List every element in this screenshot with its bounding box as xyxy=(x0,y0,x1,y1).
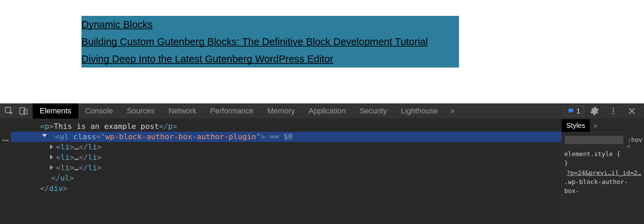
message-icon xyxy=(567,108,574,114)
tab-application[interactable]: Application xyxy=(302,103,353,119)
tree-row[interactable]: <li>…</li> xyxy=(11,163,561,173)
gutter-dots-icon[interactable]: ••• xyxy=(2,137,9,144)
tab-performance[interactable]: Performance xyxy=(203,103,261,119)
devtools: Elements Console Sources Network Perform… xyxy=(0,103,644,224)
svg-point-3 xyxy=(613,108,614,109)
styles-pane: Styles » :hov .cls + e xyxy=(561,119,644,224)
styles-tabs-overflow-icon[interactable]: » xyxy=(590,119,601,132)
styles-filter-input[interactable] xyxy=(565,136,623,144)
devtools-body: ••• <p>This is an example post</p> <ul c… xyxy=(0,119,644,224)
issues-badge[interactable]: 1 xyxy=(564,106,584,116)
tab-console[interactable]: Console xyxy=(78,103,120,119)
tab-sources[interactable]: Sources xyxy=(120,103,162,119)
tree-row[interactable]: </div> xyxy=(11,183,561,194)
svg-point-4 xyxy=(613,110,614,112)
link-diving-deep[interactable]: Diving Deep Into the Latest Gutenberg Wo… xyxy=(81,50,459,68)
inspect-element-icon[interactable] xyxy=(4,106,14,116)
elements-tree[interactable]: <p>This is an example post</p> <ul class… xyxy=(11,119,561,224)
devtools-tabs: Elements Console Sources Network Perform… xyxy=(33,103,460,119)
tree-row[interactable]: </ul> xyxy=(11,173,561,183)
close-icon[interactable] xyxy=(627,106,636,115)
tab-styles[interactable]: Styles xyxy=(562,119,590,132)
tab-network[interactable]: Network xyxy=(162,103,203,119)
tree-row[interactable]: <p>This is an example post</p> xyxy=(11,121,561,132)
brace-close: } xyxy=(564,159,568,166)
elements-gutter: ••• xyxy=(0,119,11,224)
styles-filter-row: :hov .cls + xyxy=(562,132,644,147)
device-toolbar-icon[interactable] xyxy=(19,106,28,116)
kebab-menu-icon[interactable] xyxy=(609,106,618,115)
link-dynamic-blocks[interactable]: Dynamic Blocks xyxy=(81,16,459,33)
tab-lighthouse[interactable]: Lighthouse xyxy=(394,103,445,119)
toggle-hov[interactable]: :hov xyxy=(627,136,642,143)
resize-corner-icon xyxy=(627,144,630,147)
styles-rule-selector: .wp-block-author-box- xyxy=(564,178,628,194)
highlighted-block: Dynamic Blocks Building Custom Gutenberg… xyxy=(81,16,459,68)
devtools-tabstrip: Elements Console Sources Network Perform… xyxy=(0,103,644,119)
styles-tabbar: Styles » xyxy=(562,119,644,132)
styles-source-link[interactable]: ?p=24&previ…il_id=2… xyxy=(564,167,641,177)
link-building-custom[interactable]: Building Custom Gutenberg Blocks: The De… xyxy=(81,33,459,50)
devtools-tabstrip-right: 1 xyxy=(559,103,644,119)
styles-rule-selector: element.style xyxy=(564,150,613,157)
tree-row[interactable]: <li>…</li> xyxy=(11,152,561,163)
devtools-tabstrip-left xyxy=(0,103,33,119)
gear-icon[interactable] xyxy=(590,106,599,115)
page-preview: Dynamic Blocks Building Custom Gutenberg… xyxy=(0,0,644,103)
tab-security[interactable]: Security xyxy=(353,103,394,119)
tabs-overflow-icon[interactable]: » xyxy=(445,103,460,119)
tree-row-selected[interactable]: <ul class="wp-block-author-box-author-pl… xyxy=(11,132,561,142)
tree-row[interactable]: <li>…</li> xyxy=(11,142,561,152)
tab-elements[interactable]: Elements xyxy=(33,103,78,119)
brace-open: { xyxy=(617,150,621,157)
tab-memory[interactable]: Memory xyxy=(261,103,302,119)
svg-point-5 xyxy=(613,113,614,114)
styles-content[interactable]: element.style { } ?p=24&previ…il_id=2… .… xyxy=(562,147,644,224)
issues-count: 1 xyxy=(576,107,580,115)
